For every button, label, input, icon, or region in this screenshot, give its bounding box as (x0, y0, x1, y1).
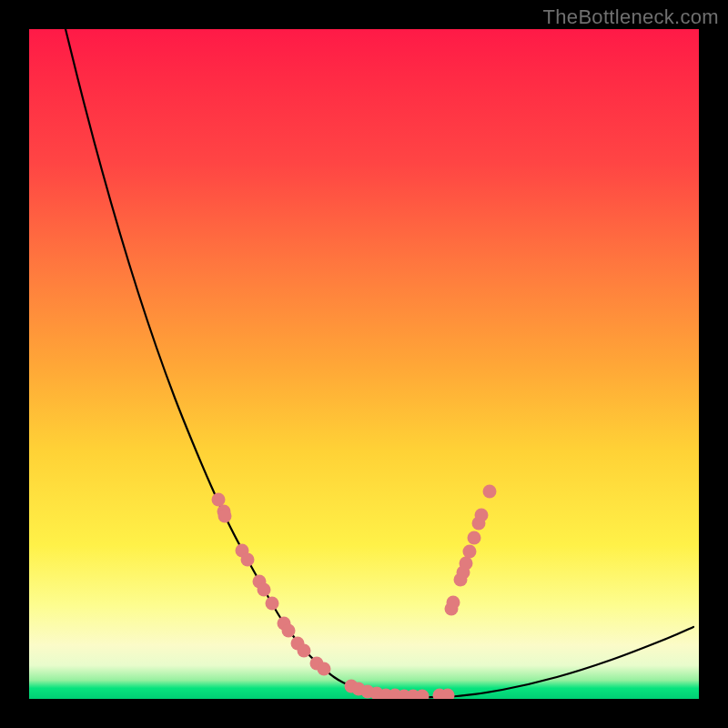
curve-marker (463, 545, 477, 559)
curve-marker (468, 531, 481, 545)
curve-marker (318, 662, 331, 676)
curve-marker (298, 644, 311, 658)
curve-marker (483, 485, 497, 499)
plot-area (29, 29, 699, 699)
curve-marker (218, 510, 232, 523)
curve-markers (212, 485, 497, 700)
curve-marker (475, 509, 489, 522)
curve-marker (460, 557, 473, 571)
curve-marker (258, 583, 271, 597)
curve-marker (416, 690, 430, 700)
curve-marker (241, 553, 255, 567)
curve-marker (266, 597, 279, 611)
curve-marker (282, 624, 296, 638)
curve-overlay (29, 29, 699, 699)
curve-marker (447, 596, 460, 610)
v-curve-path (66, 29, 693, 697)
watermark-text: TheBottleneck.com (543, 5, 719, 29)
curve-marker (212, 493, 226, 507)
chart-stage: TheBottleneck.com (0, 0, 728, 728)
